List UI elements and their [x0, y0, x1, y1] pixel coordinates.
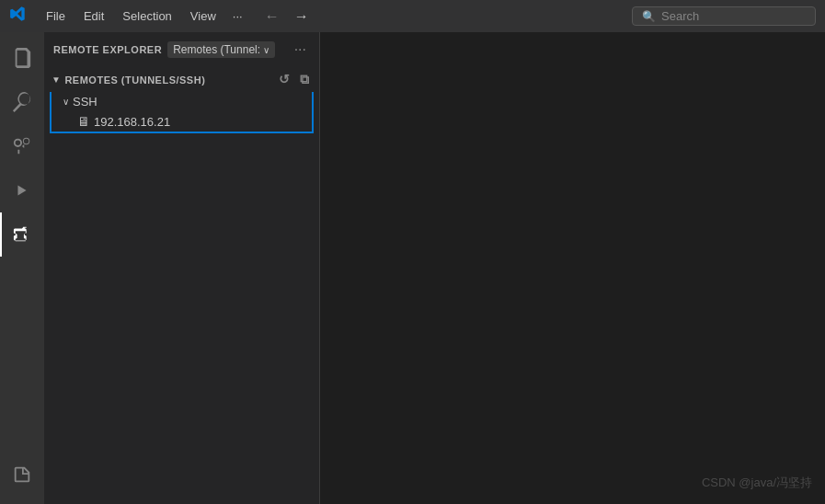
- ssh-group-header[interactable]: ∨ SSH: [52, 92, 312, 111]
- menu-edit[interactable]: Edit: [76, 7, 111, 25]
- section-label: REMOTES (TUNNELS/SSH): [64, 74, 205, 86]
- search-activity-icon[interactable]: [0, 80, 44, 124]
- search-icon: 🔍: [642, 10, 656, 23]
- remote-dropdown-label: Remotes (Tunnel:: [173, 43, 260, 56]
- refresh-button[interactable]: ↺: [276, 71, 293, 88]
- titlebar: File Edit Selection View ··· ← → 🔍 Searc…: [0, 0, 825, 32]
- ssh-chevron-icon: ∨: [63, 97, 69, 107]
- menu-bar: File Edit Selection View ···: [39, 7, 248, 25]
- section-chevron-icon: ▼: [52, 74, 61, 85]
- remote-explorer-header: REMOTE EXPLORER Remotes (Tunnel: ∨ ···: [44, 32, 319, 67]
- ssh-host-label: 192.168.16.21: [94, 115, 170, 129]
- nav-back-button[interactable]: ←: [259, 6, 285, 27]
- ssh-host-item[interactable]: 🖥 192.168.16.21: [52, 111, 312, 132]
- extensions-activity-icon[interactable]: [0, 212, 44, 257]
- sidebar: REMOTE EXPLORER Remotes (Tunnel: ∨ ··· ▼…: [44, 32, 320, 504]
- remote-dropdown[interactable]: Remotes (Tunnel: ∨: [167, 41, 275, 58]
- ssh-group-label: SSH: [73, 95, 97, 109]
- source-control-activity-icon[interactable]: [0, 124, 44, 168]
- vscode-logo: [9, 6, 26, 27]
- menu-view[interactable]: View: [183, 7, 223, 25]
- search-box[interactable]: 🔍 Search: [632, 6, 816, 26]
- menu-file[interactable]: File: [39, 7, 73, 25]
- search-placeholder: Search: [661, 9, 699, 23]
- new-window-button[interactable]: ⧉: [297, 71, 313, 88]
- run-activity-icon[interactable]: [0, 168, 44, 212]
- section-actions: ↺ ⧉: [276, 71, 312, 88]
- chevron-down-icon: ∨: [263, 45, 269, 55]
- main-layout: REMOTE EXPLORER Remotes (Tunnel: ∨ ··· ▼…: [0, 32, 825, 504]
- nav-buttons: ← →: [259, 6, 315, 27]
- activity-bar: [0, 32, 44, 504]
- watermark: CSDN @java/冯坚持: [702, 475, 812, 491]
- explorer-activity-icon[interactable]: [0, 36, 44, 80]
- remotes-section-header[interactable]: ▼ REMOTES (TUNNELS/SSH) ↺ ⧉: [44, 67, 319, 92]
- editor-area: CSDN @java/冯坚持: [320, 32, 825, 504]
- menu-selection[interactable]: Selection: [115, 7, 178, 25]
- ssh-tree-container: ∨ SSH 🖥 192.168.16.21: [50, 92, 314, 133]
- sidebar-more-button[interactable]: ···: [291, 40, 310, 60]
- nav-forward-button[interactable]: →: [289, 6, 315, 27]
- remote-explorer-activity-icon[interactable]: [0, 452, 44, 497]
- monitor-icon: 🖥: [77, 114, 90, 129]
- menu-more[interactable]: ···: [227, 7, 248, 25]
- remote-explorer-label: REMOTE EXPLORER: [53, 44, 162, 55]
